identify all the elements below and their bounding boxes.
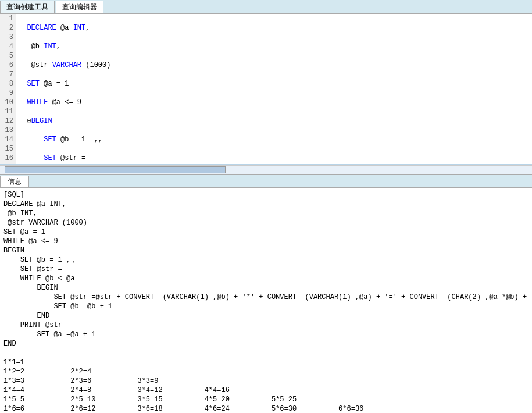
- tab-info[interactable]: 信息: [0, 176, 29, 187]
- tab-query-builder[interactable]: 查询创建工具: [0, 1, 55, 13]
- tab-query-editor[interactable]: 查询编辑器: [56, 1, 103, 13]
- editor-area[interactable]: 12345 678910 1112131415 1617 DECLARE @a …: [0, 14, 532, 165]
- info-tab-bar: 信息: [0, 175, 532, 188]
- horizontal-scrollbar[interactable]: [0, 165, 532, 175]
- code-editor[interactable]: DECLARE @a INT, @b INT, @str VARCHAR (10…: [16, 14, 532, 164]
- info-panel: 信息 [SQL] DECLARE @a INT, @b INT, @str VA…: [0, 175, 532, 412]
- line-numbers: 12345 678910 1112131415 1617: [0, 14, 16, 164]
- scrollbar-thumb[interactable]: [5, 166, 226, 173]
- tab-bar: 查询创建工具 查询编辑器: [0, 0, 532, 14]
- info-content: [SQL] DECLARE @a INT, @b INT, @str VARCH…: [0, 188, 532, 412]
